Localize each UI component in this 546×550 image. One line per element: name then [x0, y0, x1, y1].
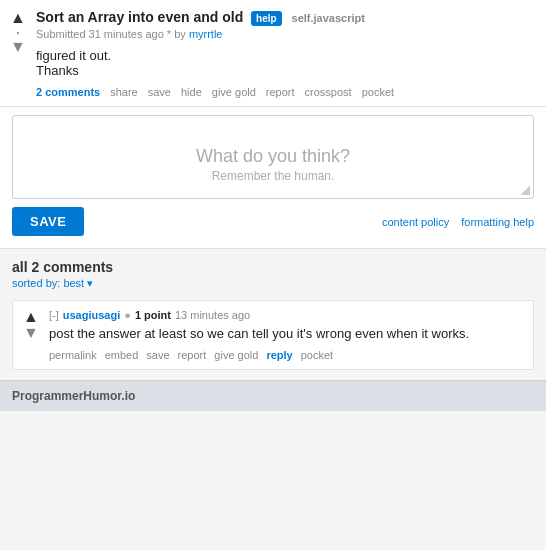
- post-body-line1: figured it out.: [36, 48, 538, 63]
- comment-save-link[interactable]: save: [146, 349, 169, 361]
- formatting-help-link[interactable]: formatting help: [461, 216, 534, 228]
- comment-dot: ●: [124, 309, 131, 321]
- bottom-links: content policy formatting help: [382, 216, 534, 228]
- comment-embed-link[interactable]: embed: [105, 349, 139, 361]
- vote-column: ▲ • ▼: [0, 8, 36, 55]
- comments-header: all 2 comments: [12, 259, 534, 275]
- comment-points: 1 point: [135, 309, 171, 321]
- comment-time: 13 minutes ago: [175, 309, 250, 321]
- comment-downvote-button[interactable]: ▼: [23, 325, 39, 341]
- comment-meta: [-] usagiusagi ● 1 point 13 minutes ago: [49, 309, 525, 321]
- crosspost-link[interactable]: crosspost: [305, 86, 352, 98]
- comment-actions: permalink embed save report give gold re…: [49, 349, 525, 361]
- sorted-by-value-link[interactable]: best ▾: [63, 277, 93, 289]
- textarea-placeholder-sub: Remember the human.: [212, 169, 335, 183]
- comment-item: ▲ ▼ [-] usagiusagi ● 1 point 13 minutes …: [12, 300, 534, 370]
- help-badge: help: [251, 11, 282, 26]
- comment-vote-column: ▲ ▼: [13, 309, 49, 361]
- comment-content: [-] usagiusagi ● 1 point 13 minutes ago …: [49, 309, 525, 361]
- save-button[interactable]: SAVE: [12, 207, 84, 236]
- textarea-placeholder-main: What do you think?: [196, 146, 350, 167]
- comment-body: post the answer at least so we can tell …: [49, 325, 525, 343]
- sorted-by-label: sorted by:: [12, 277, 60, 289]
- post-title: Sort an Array into even and old help sel…: [36, 8, 538, 26]
- sort-arrow-icon: ▾: [87, 277, 93, 289]
- upvote-button[interactable]: ▲: [10, 10, 26, 26]
- post-actions: 2 comments share save hide give gold rep…: [36, 86, 538, 98]
- comment-reply-link[interactable]: reply: [266, 349, 292, 361]
- post-body-line2: Thanks: [36, 63, 538, 78]
- comments-section: all 2 comments sorted by: best ▾ ▲ ▼ [-]…: [0, 249, 546, 380]
- content-policy-link[interactable]: content policy: [382, 216, 449, 228]
- comment-box-area: What do you think? Remember the human. S…: [0, 107, 546, 249]
- footer-label: ProgrammerHumor.io: [12, 389, 135, 403]
- comment-bottom-bar: SAVE content policy formatting help: [12, 207, 534, 236]
- post-content: Sort an Array into even and old help sel…: [36, 8, 538, 98]
- comment-author-link[interactable]: usagiusagi: [63, 309, 120, 321]
- comment-report-link[interactable]: report: [178, 349, 207, 361]
- hide-link[interactable]: hide: [181, 86, 202, 98]
- self-tag: self.javascript: [292, 12, 365, 24]
- comment-collapse-button[interactable]: [-]: [49, 309, 59, 321]
- post-meta-text: Submitted 31 minutes ago * by: [36, 28, 186, 40]
- site-footer: ProgrammerHumor.io: [0, 380, 546, 411]
- post-meta: Submitted 31 minutes ago * by myrrtle: [36, 28, 538, 40]
- post-body: figured it out. Thanks: [36, 48, 538, 78]
- save-link[interactable]: save: [148, 86, 171, 98]
- comment-textarea[interactable]: What do you think? Remember the human.: [12, 115, 534, 199]
- give-gold-link[interactable]: give gold: [212, 86, 256, 98]
- comment-give-gold-link[interactable]: give gold: [214, 349, 258, 361]
- report-link[interactable]: report: [266, 86, 295, 98]
- comment-permalink-link[interactable]: permalink: [49, 349, 97, 361]
- post-title-text: Sort an Array into even and old: [36, 9, 243, 25]
- share-link[interactable]: share: [110, 86, 138, 98]
- sort-value: best: [63, 277, 84, 289]
- comment-upvote-button[interactable]: ▲: [23, 309, 39, 325]
- downvote-button[interactable]: ▼: [10, 39, 26, 55]
- post-container: ▲ • ▼ Sort an Array into even and old he…: [0, 0, 546, 107]
- pocket-link[interactable]: pocket: [362, 86, 394, 98]
- vote-dot: •: [17, 28, 20, 37]
- post-author-link[interactable]: myrrtle: [189, 28, 223, 40]
- comments-link[interactable]: 2 comments: [36, 86, 100, 98]
- comments-sort: sorted by: best ▾: [12, 277, 534, 290]
- comment-pocket-link[interactable]: pocket: [301, 349, 333, 361]
